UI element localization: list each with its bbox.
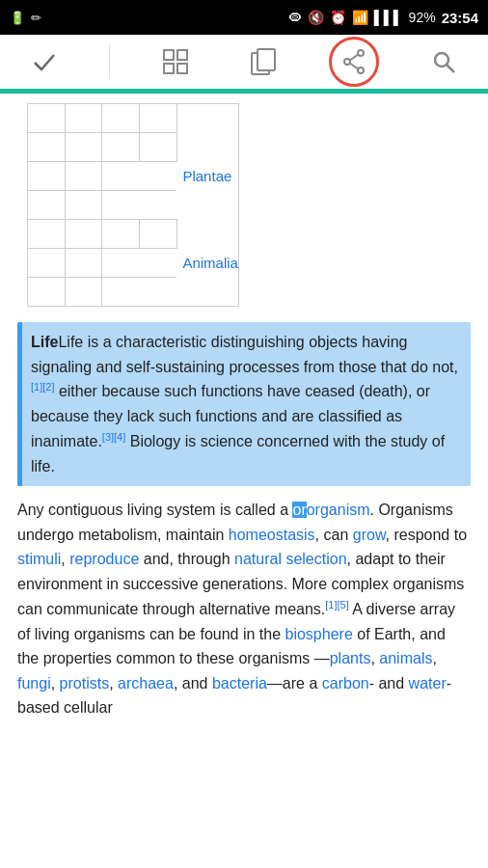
svg-point-8 [358, 68, 364, 73]
ref-3[interactable]: [1][5] [325, 599, 348, 610]
para2-start: Any contiguous living system is called a [17, 502, 288, 518]
wifi-icon: 📶 [352, 10, 368, 25]
para2-j: - and [369, 675, 409, 692]
share-button[interactable] [329, 37, 379, 87]
search-button[interactable] [420, 39, 467, 85]
copy-icon [250, 47, 277, 76]
svg-rect-1 [177, 50, 187, 60]
organism-link[interactable]: organism [307, 502, 370, 518]
comma4: , [109, 675, 118, 692]
fungi-link[interactable]: fungi [17, 675, 51, 692]
stimuli-link[interactable]: stimuli [17, 551, 61, 567]
content-area: Plantae Animalia [0, 94, 488, 720]
highlight-text-1: Life is a characteristic distinguishing … [31, 334, 458, 375]
svg-rect-3 [177, 64, 187, 73]
para2-c: , [61, 551, 69, 567]
animals-link[interactable]: animals [379, 650, 432, 666]
grow-link[interactable]: grow [353, 527, 386, 543]
archaea-link[interactable]: archaea [118, 675, 174, 692]
highlight-paragraph: LifeLife is a characteristic distinguish… [17, 322, 471, 486]
check-icon [31, 48, 58, 75]
toolbar [0, 35, 488, 91]
grid-icon [161, 47, 190, 76]
svg-rect-5 [258, 49, 275, 70]
bluetooth-icon: ⭖ [288, 10, 302, 25]
ref-2[interactable]: [3][4] [102, 431, 125, 443]
svg-rect-2 [164, 64, 174, 73]
bacteria-link[interactable]: bacteria [212, 675, 267, 692]
article-text: LifeLife is a characteristic distinguish… [17, 316, 471, 720]
plants-link[interactable]: plants [330, 650, 371, 666]
mute-icon: 🔇 [308, 10, 324, 25]
check-button[interactable] [21, 39, 68, 85]
life-bold: Life [31, 334, 58, 350]
signal-icon: ▌▌▌ [374, 10, 403, 25]
water-link[interactable]: water [409, 675, 447, 692]
para2-i: —are a [267, 675, 322, 692]
protists-link[interactable]: protists [60, 675, 110, 692]
natural-selection-link[interactable]: natural selection [234, 551, 347, 567]
comma2: , [432, 650, 436, 666]
ref-1[interactable]: [1][2] [31, 381, 54, 393]
taxonomy-table-container: Plantae Animalia [17, 94, 471, 316]
alarm-icon: ⏰ [330, 10, 346, 25]
para2-a: , can [315, 527, 353, 543]
para2-b: , respond to [386, 527, 468, 543]
pencil-icon: ✏ [31, 11, 41, 25]
para2-h: , and [174, 675, 212, 692]
paragraph-2: Any contiguous living system is called a… [17, 498, 471, 720]
battery-percent: 92% [409, 10, 436, 25]
biosphere-link[interactable]: biosphere [285, 626, 353, 642]
time-display: 23:54 [442, 10, 478, 26]
share-icon [341, 49, 366, 74]
copy-button[interactable] [240, 39, 286, 85]
reproduce-link[interactable]: reproduce [69, 551, 139, 567]
svg-rect-0 [164, 50, 174, 60]
search-icon [430, 48, 457, 75]
comma3: , [51, 675, 60, 692]
comma1: , [370, 650, 379, 666]
animalia-link[interactable]: Animalia [182, 255, 238, 271]
plantae-link[interactable]: Plantae [182, 168, 231, 184]
svg-point-6 [358, 50, 364, 56]
carbon-link[interactable]: carbon [322, 675, 369, 692]
homeostasis-link[interactable]: homeostasis [229, 527, 315, 543]
svg-point-11 [435, 53, 448, 67]
status-bar: 🔋 ✏ ⭖ 🔇 ⏰ 📶 ▌▌▌ 92% 23:54 [0, 0, 488, 35]
grid-button[interactable] [152, 39, 199, 85]
svg-line-12 [447, 65, 454, 72]
taxonomy-table: Plantae Animalia [27, 103, 239, 307]
para2-d: and, through [139, 551, 234, 567]
battery-icon: 🔋 [10, 11, 25, 25]
svg-line-10 [350, 64, 358, 69]
svg-point-7 [344, 59, 350, 65]
svg-line-9 [350, 55, 358, 61]
organism-cursor: or [292, 502, 306, 518]
